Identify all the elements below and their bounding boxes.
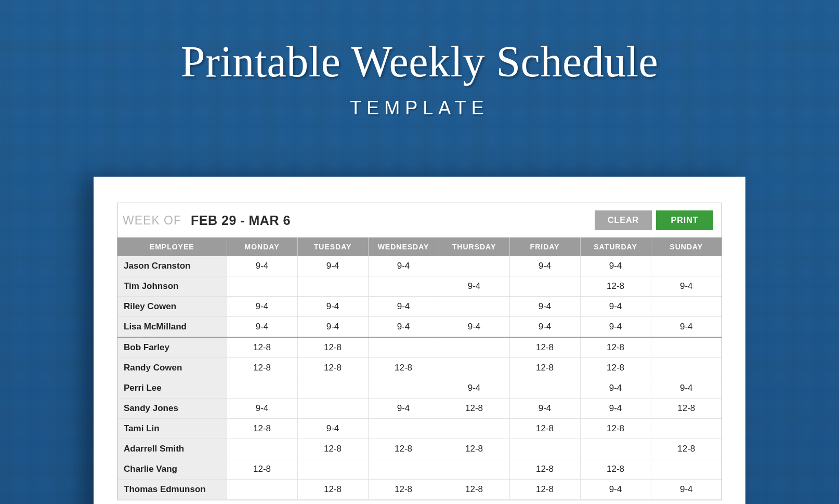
cell-shift[interactable]: 12-8 xyxy=(509,419,580,439)
cell-shift[interactable]: 9-4 xyxy=(227,317,297,338)
cell-shift[interactable]: 12-8 xyxy=(368,358,439,378)
cell-shift[interactable] xyxy=(368,378,439,399)
cell-shift[interactable] xyxy=(297,276,368,297)
cell-shift[interactable]: 12-8 xyxy=(439,399,509,419)
cell-shift[interactable] xyxy=(651,256,722,276)
cell-shift[interactable]: 12-8 xyxy=(368,480,439,500)
cell-shift[interactable] xyxy=(439,297,509,317)
cell-shift[interactable] xyxy=(368,419,439,439)
cell-shift[interactable]: 12-8 xyxy=(297,480,368,500)
cell-shift[interactable]: 9-4 xyxy=(368,317,439,338)
cell-employee: Randy Cowen xyxy=(117,358,227,378)
cell-shift[interactable]: 9-4 xyxy=(439,276,509,297)
cell-shift[interactable]: 12-8 xyxy=(227,419,297,439)
cell-shift[interactable]: 9-4 xyxy=(509,256,580,276)
week-of-value: FEB 29 - MAR 6 xyxy=(191,213,291,228)
cell-shift[interactable] xyxy=(651,297,722,317)
cell-employee: Charlie Vang xyxy=(117,459,227,480)
cell-shift[interactable] xyxy=(227,480,297,500)
cell-shift[interactable]: 12-8 xyxy=(580,419,651,439)
cell-shift[interactable]: 12-8 xyxy=(580,459,651,480)
cell-shift[interactable]: 9-4 xyxy=(227,399,297,419)
cell-shift[interactable]: 12-8 xyxy=(580,337,651,358)
cell-shift[interactable]: 12-8 xyxy=(509,459,580,480)
table-row: Tim Johnson9-412-89-4 xyxy=(117,276,722,297)
cell-shift[interactable] xyxy=(580,439,651,459)
cell-shift[interactable]: 9-4 xyxy=(580,297,651,317)
cell-shift[interactable] xyxy=(651,459,722,480)
cell-shift[interactable] xyxy=(297,459,368,480)
cell-shift[interactable] xyxy=(227,439,297,459)
cell-shift[interactable]: 9-4 xyxy=(227,297,297,317)
cell-shift[interactable]: 12-8 xyxy=(580,358,651,378)
cell-shift[interactable]: 12-8 xyxy=(297,337,368,358)
cell-shift[interactable] xyxy=(297,378,368,399)
cell-shift[interactable]: 12-8 xyxy=(509,337,580,358)
cell-shift[interactable]: 9-4 xyxy=(368,297,439,317)
cell-shift[interactable]: 9-4 xyxy=(509,297,580,317)
col-wednesday: WEDNESDAY xyxy=(368,237,439,256)
cell-shift[interactable]: 12-8 xyxy=(509,480,580,500)
cell-shift[interactable]: 12-8 xyxy=(651,399,722,419)
cell-shift[interactable] xyxy=(368,459,439,480)
cell-shift[interactable] xyxy=(439,358,509,378)
cell-shift[interactable]: 12-8 xyxy=(297,358,368,378)
cell-shift[interactable]: 9-4 xyxy=(651,480,722,500)
cell-shift[interactable] xyxy=(651,337,722,358)
cell-shift[interactable]: 9-4 xyxy=(297,419,368,439)
print-button[interactable]: PRINT xyxy=(656,210,713,230)
cell-shift[interactable] xyxy=(297,399,368,419)
cell-shift[interactable]: 12-8 xyxy=(227,459,297,480)
cell-shift[interactable] xyxy=(439,337,509,358)
cell-shift[interactable] xyxy=(227,276,297,297)
cell-shift[interactable]: 9-4 xyxy=(368,256,439,276)
cell-shift[interactable]: 9-4 xyxy=(580,480,651,500)
cell-shift[interactable]: 12-8 xyxy=(651,439,722,459)
cell-shift[interactable]: 9-4 xyxy=(580,317,651,338)
col-employee: EMPLOYEE xyxy=(117,237,227,256)
cell-shift[interactable]: 9-4 xyxy=(297,256,368,276)
cell-employee: Perri Lee xyxy=(117,378,227,399)
cell-shift[interactable]: 9-4 xyxy=(509,399,580,419)
cell-shift[interactable] xyxy=(368,276,439,297)
clear-button[interactable]: CLEAR xyxy=(595,210,652,230)
cell-shift[interactable] xyxy=(651,358,722,378)
cell-shift[interactable] xyxy=(509,276,580,297)
cell-shift[interactable] xyxy=(439,256,509,276)
cell-shift[interactable]: 9-4 xyxy=(651,317,722,338)
cell-shift[interactable] xyxy=(439,459,509,480)
cell-shift[interactable]: 12-8 xyxy=(580,276,651,297)
cell-shift[interactable]: 9-4 xyxy=(651,276,722,297)
cell-shift[interactable] xyxy=(509,378,580,399)
cell-shift[interactable] xyxy=(439,419,509,439)
cell-shift[interactable]: 12-8 xyxy=(368,439,439,459)
cell-shift[interactable] xyxy=(651,419,722,439)
col-saturday: SATURDAY xyxy=(580,237,651,256)
cell-shift[interactable]: 12-8 xyxy=(439,480,509,500)
cell-shift[interactable]: 9-4 xyxy=(297,297,368,317)
hero-subtitle: TEMPLATE xyxy=(0,97,839,119)
cell-shift[interactable]: 9-4 xyxy=(439,378,509,399)
cell-employee: Sandy Jones xyxy=(117,399,227,419)
cell-shift[interactable]: 12-8 xyxy=(227,358,297,378)
cell-shift[interactable]: 12-8 xyxy=(297,439,368,459)
cell-shift[interactable]: 9-4 xyxy=(651,378,722,399)
cell-shift[interactable] xyxy=(227,378,297,399)
cell-shift[interactable]: 12-8 xyxy=(439,439,509,459)
table-row: Tami Lin12-89-412-812-8 xyxy=(117,419,722,439)
cell-shift[interactable]: 9-4 xyxy=(297,317,368,338)
cell-shift[interactable]: 9-4 xyxy=(509,317,580,338)
cell-shift[interactable]: 9-4 xyxy=(439,317,509,338)
cell-shift[interactable] xyxy=(368,337,439,358)
cell-shift[interactable] xyxy=(509,439,580,459)
cell-shift[interactable]: 9-4 xyxy=(580,256,651,276)
cell-employee: Riley Cowen xyxy=(117,297,227,317)
cell-shift[interactable]: 9-4 xyxy=(227,256,297,276)
cell-shift[interactable]: 9-4 xyxy=(580,378,651,399)
cell-employee: Tami Lin xyxy=(117,419,227,439)
cell-shift[interactable]: 9-4 xyxy=(580,399,651,419)
cell-shift[interactable]: 12-8 xyxy=(509,358,580,378)
cell-shift[interactable]: 12-8 xyxy=(227,337,297,358)
cell-shift[interactable]: 9-4 xyxy=(368,399,439,419)
table-row: Lisa McMilland9-49-49-49-49-49-49-4 xyxy=(117,317,722,338)
